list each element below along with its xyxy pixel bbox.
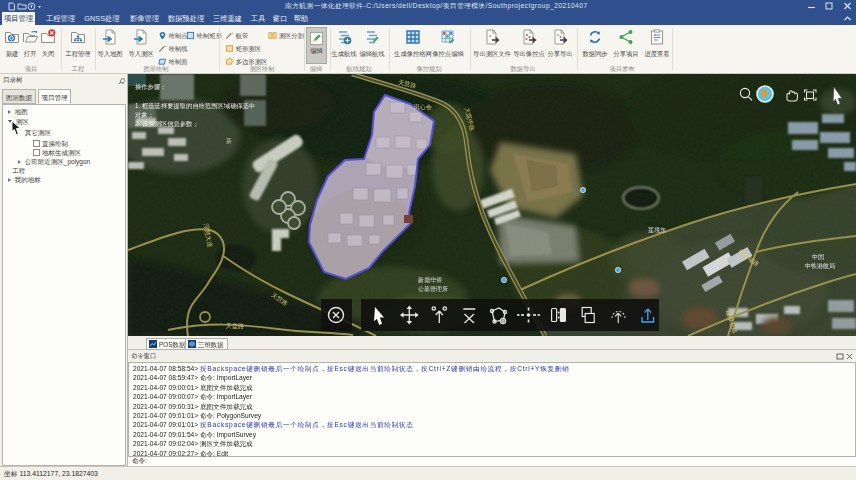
svg-text:莲境东: 莲境东: [648, 226, 666, 234]
svg-text:1. 框选选择要提取的自绘范围区域确保选中: 1. 框选选择要提取的自绘范围区域确保选中: [135, 102, 255, 110]
svg-text:新塘华侨: 新塘华侨: [418, 276, 442, 284]
svg-text:茶: 茶: [226, 138, 232, 144]
svg-text:中铁港航局: 中铁港航局: [805, 262, 835, 270]
svg-text:公墓管理所: 公墓管理所: [418, 285, 448, 293]
svg-text:天盘路: 天盘路: [226, 323, 244, 330]
svg-text:对象；: 对象；: [134, 111, 154, 118]
svg-text:中国: 中国: [812, 254, 824, 261]
svg-text:2. 设置测区信息参数；: 2. 设置测区信息参数；: [135, 120, 199, 128]
svg-text:田心会: 田心会: [414, 104, 432, 111]
svg-text:操作步骤：: 操作步骤：: [135, 83, 166, 90]
